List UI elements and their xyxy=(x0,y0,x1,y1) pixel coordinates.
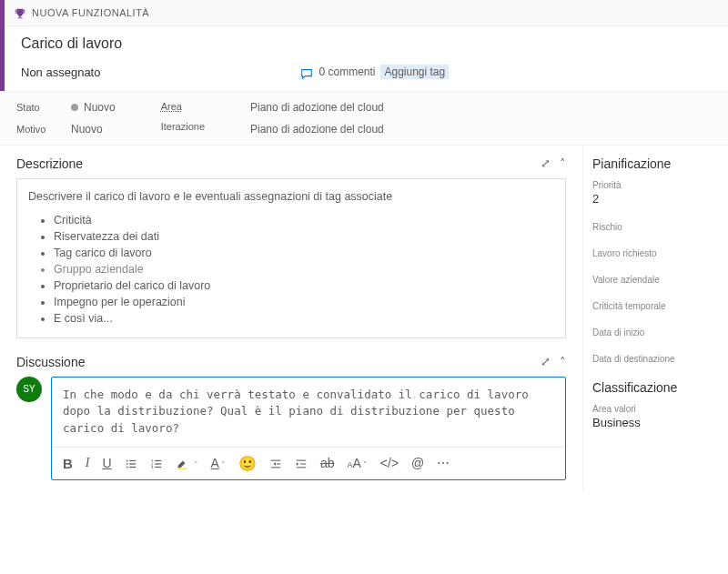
list-item: Riservatezza dei dati xyxy=(54,228,554,245)
emoji-button[interactable]: 🙂 xyxy=(238,455,257,472)
outdent-button[interactable] xyxy=(269,456,282,470)
avatar: SY xyxy=(16,377,42,402)
chat-icon xyxy=(300,65,313,79)
bullet-list-button[interactable] xyxy=(125,456,137,470)
fields-bar: Stato Nuovo Motivo Nuovo Area Iterazione… xyxy=(0,91,728,146)
effort-label[interactable]: Lavoro richiesto xyxy=(592,248,719,258)
strikethrough-button[interactable]: ab xyxy=(320,456,335,470)
svg-text:3: 3 xyxy=(151,466,154,470)
svg-point-0 xyxy=(126,460,127,462)
expand-icon[interactable]: ⤢ xyxy=(541,156,551,170)
time-criticality-label[interactable]: Criticità temporale xyxy=(592,301,719,311)
list-item: Gruppo aziendale xyxy=(54,261,554,277)
area-value[interactable]: Piano di adozione del cloud xyxy=(250,101,384,114)
svg-rect-17 xyxy=(300,464,306,465)
work-item-title[interactable]: Carico di lavoro xyxy=(5,26,728,57)
description-list: CriticitàRiservatezza dei datiTag carico… xyxy=(28,212,554,327)
list-item: Tag carico di lavoro xyxy=(54,245,554,261)
add-tag-link[interactable]: Aggiungi tag xyxy=(380,65,449,79)
assignee-field[interactable]: Non assegnato xyxy=(21,65,100,79)
svg-point-4 xyxy=(126,467,127,468)
collapse-icon[interactable]: ˄ xyxy=(560,156,566,170)
item-header: NUOVA FUNZIONALITÀ xyxy=(5,0,728,26)
comments-summary[interactable]: 0 commenti Aggiungi tag xyxy=(300,65,449,79)
comments-count: 0 commenti xyxy=(318,65,375,78)
iteration-label: Iterazione xyxy=(161,121,205,132)
svg-rect-18 xyxy=(297,468,307,468)
priority-value[interactable]: 2 xyxy=(592,192,719,206)
list-item: Impegno per le operazioni xyxy=(54,294,554,310)
font-color-button[interactable]: A xyxy=(211,456,226,470)
svg-rect-16 xyxy=(297,460,307,461)
work-item-type: NUOVA FUNZIONALITÀ xyxy=(32,7,149,18)
area-label: Area xyxy=(161,101,197,112)
value-area-label: Area valori xyxy=(592,404,719,414)
svg-rect-9 xyxy=(155,464,161,465)
highlight-button[interactable] xyxy=(176,456,198,470)
list-item: Criticità xyxy=(54,212,554,228)
mention-button[interactable]: @ xyxy=(411,456,424,470)
svg-rect-11 xyxy=(155,467,161,468)
state-value[interactable]: Nuovo xyxy=(71,101,116,114)
expand-icon[interactable]: ⤢ xyxy=(541,355,551,368)
svg-rect-1 xyxy=(129,460,136,461)
reason-label: Motivo xyxy=(16,124,53,135)
svg-rect-14 xyxy=(277,464,280,465)
description-heading: Descrizione xyxy=(16,156,83,171)
svg-rect-3 xyxy=(129,464,136,465)
target-date-label[interactable]: Data di destinazione xyxy=(592,354,719,364)
discussion-text[interactable]: In che modo e da chi verrà testato e con… xyxy=(52,378,565,447)
svg-point-2 xyxy=(126,464,127,466)
code-button[interactable]: </> xyxy=(380,456,399,470)
svg-rect-5 xyxy=(129,467,136,468)
priority-label: Priorità xyxy=(592,180,719,190)
italic-button[interactable]: I xyxy=(86,456,90,470)
svg-rect-12 xyxy=(177,468,187,470)
bold-button[interactable]: B xyxy=(63,456,73,471)
trophy-icon xyxy=(14,5,26,20)
more-button[interactable]: ⋯ xyxy=(437,456,450,470)
svg-rect-15 xyxy=(271,468,281,468)
svg-rect-7 xyxy=(155,460,161,461)
font-size-button[interactable]: AA xyxy=(347,456,367,470)
description-editor[interactable]: Descrivere il carico di lavoro e le even… xyxy=(16,178,566,338)
planning-heading: Pianificazione xyxy=(592,156,719,171)
business-value-label[interactable]: Valore aziendale xyxy=(592,275,719,285)
editor-toolbar: B I U 123 A 🙂 xyxy=(52,447,565,479)
collapse-icon[interactable]: ˄ xyxy=(560,355,566,368)
underline-button[interactable]: U xyxy=(103,456,112,470)
value-area-value[interactable]: Business xyxy=(592,416,719,429)
classification-heading: Classificazione xyxy=(592,380,719,395)
state-dot-icon xyxy=(71,104,78,111)
discussion-heading: Discussione xyxy=(16,355,85,369)
start-date-label[interactable]: Data di inizio xyxy=(592,327,719,337)
description-intro: Descrivere il carico di lavoro e le even… xyxy=(28,190,554,203)
risk-label[interactable]: Rischio xyxy=(592,222,719,232)
svg-rect-13 xyxy=(271,460,281,461)
discussion-editor[interactable]: In che modo e da chi verrà testato e con… xyxy=(51,377,566,480)
reason-value[interactable]: Nuovo xyxy=(71,123,103,136)
list-item: Proprietario del carico di lavoro xyxy=(54,277,554,294)
list-item: E così via... xyxy=(54,310,554,327)
number-list-button[interactable]: 123 xyxy=(150,456,163,470)
indent-button[interactable] xyxy=(295,456,308,470)
state-label: Stato xyxy=(16,102,53,113)
iteration-value[interactable]: Piano di adozione del cloud xyxy=(250,123,384,136)
